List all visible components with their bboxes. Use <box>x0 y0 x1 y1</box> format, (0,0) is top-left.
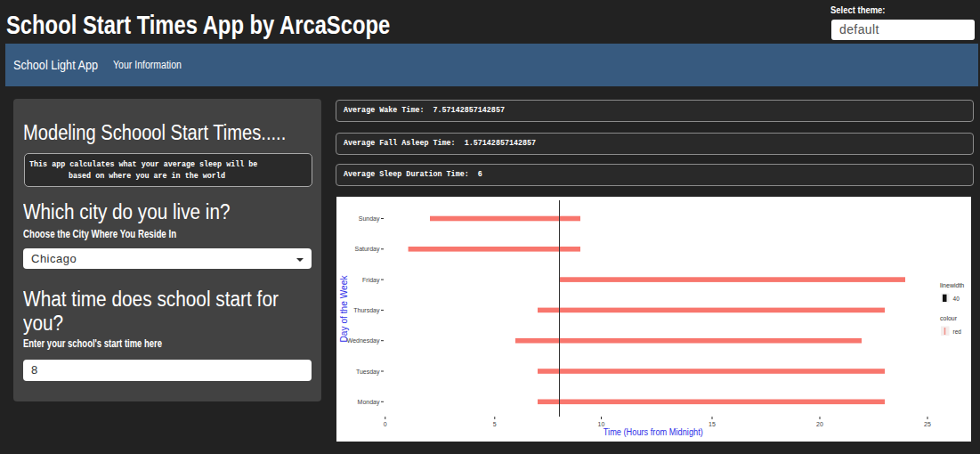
svg-text:Friday: Friday <box>362 277 380 284</box>
svg-text:Tuesday: Tuesday <box>356 369 380 376</box>
svg-text:linewidth: linewidth <box>940 282 964 288</box>
svg-text:Day of the Week: Day of the Week <box>339 274 349 342</box>
svg-text:10: 10 <box>598 421 605 427</box>
svg-text:Wednesday: Wednesday <box>347 337 380 345</box>
svg-text:0: 0 <box>384 421 387 427</box>
svg-text:Thursday: Thursday <box>353 307 380 314</box>
svg-text:5: 5 <box>493 421 497 427</box>
svg-text:20: 20 <box>816 421 823 427</box>
svg-text:Saturday: Saturday <box>354 246 380 253</box>
svg-text:colour: colour <box>940 315 958 321</box>
svg-text:15: 15 <box>709 421 716 427</box>
svg-text:Time (Hours from Midnight): Time (Hours from Midnight) <box>603 427 703 437</box>
svg-text:25: 25 <box>924 421 931 427</box>
svg-text:Sunday: Sunday <box>359 215 380 223</box>
svg-text:red: red <box>953 328 962 335</box>
svg-text:40: 40 <box>953 296 960 302</box>
svg-text:Monday: Monday <box>358 399 380 406</box>
